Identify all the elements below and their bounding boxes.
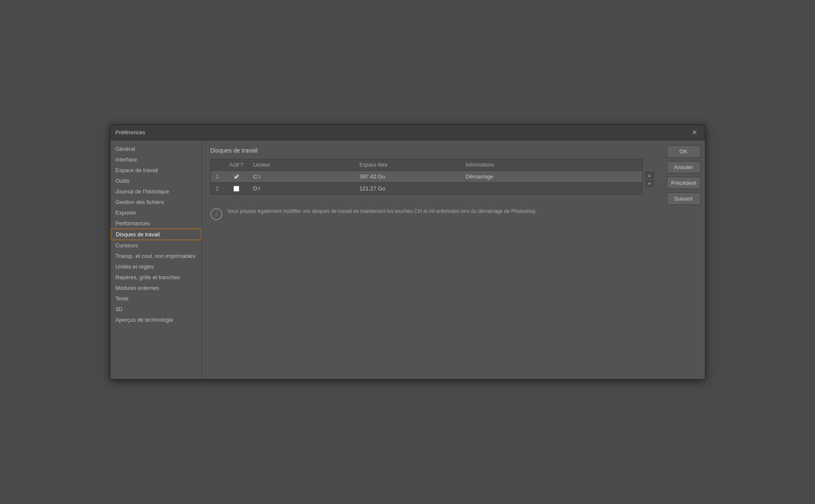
dialog-titlebar: Préférences ✕	[111, 125, 705, 140]
sidebar-item-export[interactable]: Exporter	[111, 207, 202, 218]
col-header-info: Informations	[462, 159, 642, 171]
section-title: Disques de travail	[210, 147, 654, 154]
row1-num: 1	[211, 171, 224, 183]
sidebar-item-transparency[interactable]: Transp. et coul. non imprimables	[111, 251, 202, 261]
row1-active-checkbox[interactable]	[233, 174, 239, 180]
ok-button[interactable]: OK	[667, 145, 701, 158]
right-panel: OK Annuler Précédent Suivant	[662, 140, 705, 379]
next-button[interactable]: Suivant	[667, 193, 701, 205]
info-note: i Vous pouvez également modifier vos dis…	[210, 207, 654, 220]
table-wrapper: Actif ? Lecteur Espace libre Information…	[210, 159, 643, 203]
sidebar-item-cursors[interactable]: Curseurs	[111, 240, 202, 251]
row2-info	[462, 183, 642, 195]
row1-drive: C:\	[249, 171, 355, 183]
dialog-title: Préférences	[116, 129, 145, 136]
row2-space: 121.27 Go	[355, 183, 462, 195]
close-button[interactable]: ✕	[689, 128, 700, 137]
scroll-down-button[interactable]: ▼	[645, 180, 654, 187]
table-scroll-controls: ▲ ▼	[645, 172, 654, 187]
col-header-num	[211, 159, 224, 171]
sidebar-item-interface[interactable]: Interface	[111, 154, 202, 165]
sidebar-item-plugins[interactable]: Modules externes	[111, 283, 202, 293]
sidebar-item-general[interactable]: Général	[111, 144, 202, 154]
col-header-space: Espace libre	[355, 159, 462, 171]
row2-num: 2	[211, 183, 224, 195]
sidebar-item-scratch[interactable]: Disques de travail	[111, 229, 202, 240]
preferences-dialog: Préférences ✕ Général Interface Espace d…	[110, 125, 705, 379]
scroll-up-button[interactable]: ▲	[645, 172, 654, 178]
sidebar-item-guides[interactable]: Repères, grille et tranches	[111, 272, 202, 283]
row1-active-cell	[224, 171, 249, 183]
sidebar-item-tech[interactable]: Aperçus de technologie	[111, 314, 202, 325]
table-row: 1 C:\ 397.42 Go Démarrage	[211, 171, 642, 183]
sidebar: Général Interface Espace de travail Outi…	[111, 140, 202, 379]
row2-drive: D:\	[249, 183, 355, 195]
scratch-table: Actif ? Lecteur Espace libre Information…	[211, 159, 642, 194]
row2-active-cell	[224, 183, 249, 195]
sidebar-item-files[interactable]: Gestion des fichiers	[111, 197, 202, 207]
info-icon: i	[210, 208, 222, 220]
row1-space: 397.42 Go	[355, 171, 462, 183]
scratch-table-container: Actif ? Lecteur Espace libre Information…	[210, 159, 643, 195]
sidebar-item-3d[interactable]: 3D	[111, 304, 202, 314]
col-header-drive: Lecteur	[249, 159, 355, 171]
sidebar-item-units[interactable]: Unités et règles	[111, 261, 202, 272]
row2-active-checkbox[interactable]	[233, 186, 239, 192]
col-header-active: Actif ?	[224, 159, 249, 171]
dialog-body: Général Interface Espace de travail Outi…	[111, 140, 705, 379]
sidebar-item-tools[interactable]: Outils	[111, 176, 202, 186]
row1-info: Démarrage	[462, 171, 642, 183]
table-row: 2 D:\ 121.27 Go	[211, 183, 642, 195]
sidebar-item-text[interactable]: Texte	[111, 293, 202, 304]
sidebar-item-history[interactable]: Journal de l'historique	[111, 186, 202, 197]
info-note-text: Vous pouvez également modifier vos disqu…	[227, 207, 537, 215]
sidebar-item-workspace[interactable]: Espace de travail	[111, 165, 202, 176]
main-content: Disques de travail Actif ? Lecteur Espac…	[202, 140, 662, 379]
previous-button[interactable]: Précédent	[667, 177, 701, 189]
sidebar-item-performance[interactable]: Performances	[111, 218, 202, 229]
cancel-button[interactable]: Annuler	[667, 161, 701, 173]
table-area: Actif ? Lecteur Espace libre Information…	[210, 159, 654, 203]
